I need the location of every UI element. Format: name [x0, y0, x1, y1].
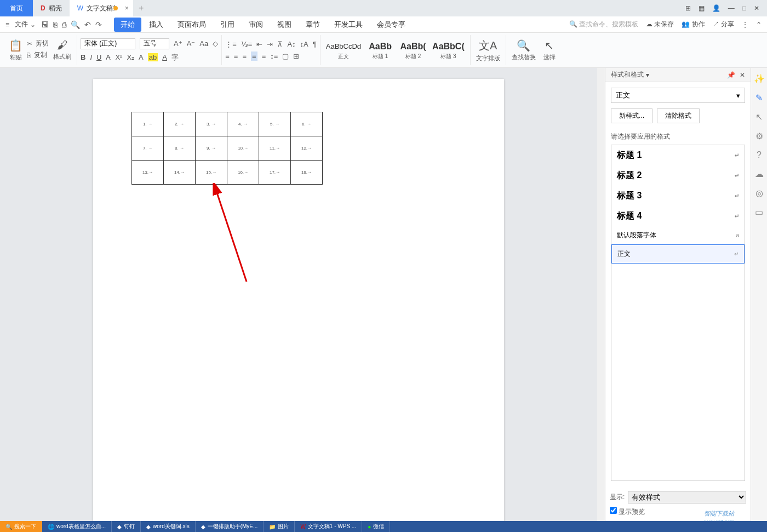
redo-icon[interactable]: ↷ — [95, 20, 102, 29]
location-icon[interactable]: ◎ — [755, 188, 763, 198]
table-cell[interactable]: 8. → — [164, 136, 196, 161]
assistant-icon[interactable]: ✨ — [754, 73, 765, 84]
sort-button[interactable]: ↕A — [300, 40, 308, 48]
table-cell[interactable]: 3. → — [196, 112, 227, 136]
style-list-item[interactable]: 标题 2↵ — [611, 165, 745, 186]
style-h2[interactable]: AaBb(标题 2 — [397, 39, 429, 61]
taskbar-item[interactable]: ◆一键排版助手(MyE... — [196, 521, 264, 532]
coop-button[interactable]: 👥 协作 — [682, 20, 705, 29]
cut-button[interactable]: ✂剪切 — [27, 39, 49, 48]
cloud-icon[interactable]: ☁ — [755, 169, 764, 179]
increase-font-icon[interactable]: A⁺ — [174, 39, 182, 48]
mtab-layout[interactable]: 页面布局 — [171, 18, 213, 32]
current-style-box[interactable]: 正文 ▾ — [611, 88, 745, 103]
table-cell[interactable]: 15.→ — [196, 161, 227, 185]
text-layout-button[interactable]: 文A 文字排版 — [474, 38, 502, 62]
style-list-item[interactable]: 标题 3↵ — [611, 186, 745, 206]
tab-button[interactable]: ⊼ — [277, 40, 283, 48]
table-cell[interactable]: 11.→ — [259, 136, 291, 161]
style-gallery[interactable]: AaBbCcDd正文 AaBb标题 1 AaBb(标题 2 AaBbC(标题 3 — [324, 39, 467, 61]
taskbar-item[interactable]: W文字文稿1 - WPS ... — [295, 521, 362, 532]
more-icon[interactable]: ⋮ — [742, 21, 748, 28]
line-spacing-button[interactable]: ↕≡ — [270, 52, 278, 60]
italic-button[interactable]: I — [90, 53, 92, 61]
table-cell[interactable]: 10.→ — [227, 136, 259, 161]
mtab-view[interactable]: 视图 — [271, 18, 298, 32]
style-h3[interactable]: AaBbC(标题 3 — [430, 39, 467, 61]
font-color-button[interactable]: A — [162, 53, 167, 61]
hamburger-icon[interactable]: ≡ — [5, 21, 9, 28]
decrease-indent-button[interactable]: ⇤ — [256, 40, 262, 48]
table-cell[interactable]: 12.→ — [291, 136, 323, 161]
table-cell[interactable]: 14.→ — [164, 161, 196, 185]
show-filter-select[interactable]: 有效样式 — [628, 491, 746, 504]
align-left-button[interactable]: ≡ — [225, 52, 230, 60]
taskbar-item[interactable]: ●微信 — [362, 521, 390, 532]
file-menu[interactable]: 文件 ⌄ — [15, 20, 36, 29]
align-center-button[interactable]: ≡ — [234, 52, 238, 60]
strike-button[interactable]: A̵ — [106, 53, 111, 61]
mtab-dev[interactable]: 开发工具 — [328, 18, 369, 32]
decrease-font-icon[interactable]: A⁻ — [187, 39, 196, 48]
tab-add-button[interactable]: + — [133, 3, 150, 13]
mtab-refs[interactable]: 引用 — [214, 18, 241, 32]
document-workspace[interactable]: 1. →2. →3. →4. →5. →6. → 7. →8. →9. →10.… — [0, 68, 597, 521]
tab-document[interactable]: W 文字文稿1 × — [70, 0, 133, 16]
bullets-button[interactable]: ⋮≡ — [225, 40, 237, 48]
border-button[interactable]: ⊞ — [293, 52, 299, 60]
style-normal[interactable]: AaBbCcDd正文 — [324, 39, 363, 61]
show-marks-button[interactable]: ¶ — [313, 40, 317, 48]
collapse-icon[interactable]: ⌃ — [756, 21, 762, 28]
close-pane-icon[interactable]: ✕ — [740, 71, 745, 79]
copy-button[interactable]: ⎘复制 — [27, 50, 49, 60]
subscript-button[interactable]: X₂ — [127, 53, 134, 61]
table-cell[interactable]: 9. → — [196, 136, 227, 161]
taskbar-item[interactable]: ◆word关键词.xls — [141, 521, 196, 532]
table-cell[interactable]: 13.→ — [132, 161, 164, 185]
style-list[interactable]: 标题 1↵ 标题 2↵ 标题 3↵ 标题 4↵ 默认段落字体a 正文↵ — [611, 145, 745, 481]
unsaved-status[interactable]: ☁ 未保存 — [646, 20, 674, 29]
table-cell[interactable]: 5. → — [259, 112, 291, 136]
highlight-button[interactable]: ab — [148, 53, 158, 61]
chevron-down-icon[interactable]: ▾ — [646, 71, 649, 79]
underline-button[interactable]: U — [96, 53, 101, 61]
pin-icon[interactable]: 📌 — [727, 71, 735, 79]
tab-doker[interactable]: D 稻壳 — [33, 0, 70, 16]
style-list-item-selected[interactable]: 正文↵ — [611, 244, 745, 264]
mtab-insert[interactable]: 插入 — [142, 18, 170, 32]
document-table[interactable]: 1. →2. →3. →4. →5. →6. → 7. →8. →9. →10.… — [131, 112, 323, 185]
export-icon[interactable]: ⎘ — [53, 20, 58, 29]
format-painter-button[interactable]: 🖌 格式刷 — [51, 39, 73, 61]
style-list-item[interactable]: 默认段落字体a — [611, 226, 745, 244]
table-cell[interactable]: 1. → — [132, 112, 164, 136]
taskbar-search[interactable]: 🔍搜索一下 — [0, 521, 42, 532]
reading-icon[interactable]: ▭ — [755, 207, 763, 218]
increase-indent-button[interactable]: ⇥ — [267, 40, 273, 48]
apps-icon[interactable]: ▦ — [699, 4, 705, 12]
help-icon[interactable]: ? — [757, 150, 762, 160]
style-list-item[interactable]: 标题 4↵ — [611, 206, 745, 226]
font-size-select[interactable] — [140, 38, 169, 49]
table-cell[interactable]: 6. → — [291, 112, 323, 136]
settings-tool-icon[interactable]: ⚙ — [755, 131, 763, 141]
mtab-vip[interactable]: 会员专享 — [370, 18, 412, 32]
style-h1[interactable]: AaBb标题 1 — [364, 39, 396, 61]
select-tool-icon[interactable]: ↖ — [755, 112, 763, 122]
change-case-icon[interactable]: Aa — [199, 39, 208, 48]
avatar-icon[interactable]: 👤 — [712, 4, 720, 12]
table-cell[interactable]: 2. → — [164, 112, 196, 136]
text-direction-button[interactable]: A↕ — [287, 40, 295, 48]
styles-tool-icon[interactable]: ✎ — [755, 93, 763, 103]
mtab-review[interactable]: 审阅 — [242, 18, 270, 32]
preview-icon[interactable]: 🔍 — [71, 20, 80, 29]
paste-button[interactable]: 📋 粘贴 — [7, 39, 25, 61]
maximize-icon[interactable]: □ — [742, 4, 746, 12]
clear-format-icon[interactable]: ◇ — [213, 39, 218, 48]
superscript-button[interactable]: X² — [115, 53, 122, 61]
numbering-button[interactable]: ⅓≡ — [241, 40, 253, 48]
bold-button[interactable]: B — [81, 53, 85, 61]
find-replace-button[interactable]: 🔍 查找替换 — [510, 39, 538, 61]
table-cell[interactable]: 18.→ — [291, 161, 323, 185]
style-list-item[interactable]: 标题 1↵ — [611, 145, 745, 165]
align-distribute-button[interactable]: ≡ — [262, 52, 266, 60]
